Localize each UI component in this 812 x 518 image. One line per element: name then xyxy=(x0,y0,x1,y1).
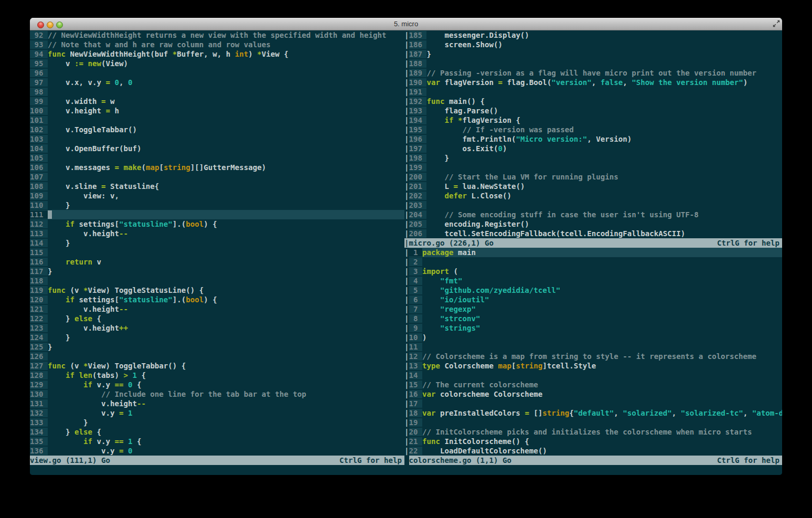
code-line[interactable]: 105 xyxy=(30,153,404,163)
titlebar[interactable]: 5. micro xyxy=(30,18,782,30)
code-line[interactable]: 125 } xyxy=(30,342,404,352)
code-line[interactable]: 201 L = lua.NewState() xyxy=(409,182,783,191)
code-line[interactable]: 95 v := new(View) xyxy=(30,59,404,68)
code-line[interactable]: 185 messenger.Display() xyxy=(409,30,783,40)
code-line[interactable]: 93 // Note that w and h are raw column a… xyxy=(30,40,404,49)
code-line[interactable]: 17 xyxy=(409,399,783,408)
code-line[interactable]: 94 func NewViewWidthHeight(buf *Buffer, … xyxy=(30,49,404,59)
code-line[interactable]: 6 "io/ioutil" xyxy=(409,295,783,304)
code-line[interactable]: 189 // Passing -version as a flag will h… xyxy=(409,68,783,78)
code-line[interactable]: 99 v.width = w xyxy=(30,97,404,106)
line-number: 96 xyxy=(30,69,48,77)
code-line[interactable]: 4 "fmt" xyxy=(409,276,783,286)
code-line[interactable]: 15 // The current colorscheme xyxy=(409,380,783,389)
code-line[interactable]: 9 "strings" xyxy=(409,323,783,333)
code-line[interactable]: 126 xyxy=(30,352,404,361)
code-span xyxy=(123,409,128,417)
code-line[interactable]: 197 os.Exit(0) xyxy=(409,144,783,153)
code-line[interactable]: 199 xyxy=(409,163,783,172)
code-line[interactable]: 7 "regexp" xyxy=(409,304,783,314)
code-line[interactable]: 101 xyxy=(30,115,404,125)
code-line[interactable]: 113 v.height-- xyxy=(30,229,404,238)
code-line[interactable]: 119 func (v *View) ToggleStatusLine() { xyxy=(30,286,404,295)
code-line[interactable]: 11 xyxy=(409,342,783,352)
code-line[interactable]: 121 v.height-- xyxy=(30,304,404,314)
code-line[interactable]: 118 xyxy=(30,276,404,286)
code-line[interactable]: 18 var preInstalledColors = []string{"de… xyxy=(409,408,783,418)
code-line[interactable]: 131 v.height-- xyxy=(30,399,404,408)
pane-view-go[interactable]: 92 // NewViewWidthHeight returns a new v… xyxy=(30,30,404,456)
code-line[interactable]: 205 encoding.Register() xyxy=(409,219,783,229)
code-line[interactable]: 117 } xyxy=(30,267,404,276)
code-line[interactable]: 116 return v xyxy=(30,257,404,267)
code-line[interactable]: 134 } else { xyxy=(30,427,404,437)
code-line[interactable]: 112 if settings["statusline"].(bool) { xyxy=(30,219,404,229)
code-line[interactable]: 122 } else { xyxy=(30,314,404,323)
pane-micro-go[interactable]: 185 messenger.Display()186 screen.Show()… xyxy=(409,30,783,238)
code-line[interactable]: 187 } xyxy=(409,49,783,59)
code-line[interactable]: 190 var flagVersion = flag.Bool("version… xyxy=(409,78,783,87)
code-line[interactable]: 129 if v.y == 0 { xyxy=(30,380,404,389)
code-line[interactable]: 128 if len(tabs) > 1 { xyxy=(30,371,404,380)
code-line[interactable]: 97 v.x, v.y = 0, 0 xyxy=(30,78,404,87)
code-line[interactable]: 114 } xyxy=(30,238,404,248)
code-line[interactable]: 194 if *flagVersion { xyxy=(409,115,783,125)
code-line[interactable]: 133 } xyxy=(30,418,404,427)
code-line[interactable]: 107 xyxy=(30,172,404,182)
code-span: make xyxy=(123,163,141,172)
code-line[interactable]: 96 xyxy=(30,68,404,78)
code-line[interactable]: 136 v.y = 0 xyxy=(30,446,404,456)
code-line[interactable]: 202 defer L.Close() xyxy=(409,191,783,200)
code-line[interactable]: 13 type Colorscheme map[string]tcell.Sty… xyxy=(409,361,783,371)
code-line[interactable]: 188 xyxy=(409,59,783,68)
code-line[interactable]: 2 xyxy=(409,257,783,267)
code-line[interactable]: 203 xyxy=(409,200,783,210)
code-line[interactable]: 10 ) xyxy=(409,333,783,342)
code-span: } xyxy=(48,333,70,342)
code-line[interactable]: 204 // Some encoding stuff in case the u… xyxy=(409,210,783,219)
code-line[interactable]: 16 var colorscheme Colorscheme xyxy=(409,389,783,399)
code-line[interactable]: 132 v.y = 1 xyxy=(30,408,404,418)
code-line[interactable]: 3 import ( xyxy=(409,267,783,276)
code-line[interactable]: 102 v.ToggleTabbar() xyxy=(30,125,404,134)
code-line[interactable]: 206 tcell.SetEncodingFallback(tcell.Enco… xyxy=(409,229,783,238)
code-line[interactable]: 98 xyxy=(30,87,404,97)
code-line[interactable]: 106 v.messages = make(map[string][]Gutte… xyxy=(30,163,404,172)
code-line[interactable]: 19 xyxy=(409,418,783,427)
code-line[interactable]: 1 package main xyxy=(409,248,783,257)
code-line[interactable]: 108 v.sline = Statusline{ xyxy=(30,182,404,191)
code-line[interactable]: 191 xyxy=(409,87,783,97)
pane-colorscheme-go[interactable]: 1 package main 2 3 import ( 4 "fmt" 5 "g… xyxy=(409,248,783,456)
code-line[interactable]: 193 flag.Parse() xyxy=(409,106,783,115)
code-line[interactable]: 111 xyxy=(30,210,404,219)
code-line[interactable]: 110 } xyxy=(30,200,404,210)
code-line[interactable]: 120 if settings["statusline"].(bool) { xyxy=(30,295,404,304)
code-line[interactable]: 109 view: v, xyxy=(30,191,404,200)
code-line[interactable]: 8 "strconv" xyxy=(409,314,783,323)
code-line[interactable]: 127 func (v *View) ToggleTabbar() { xyxy=(30,361,404,371)
code-line[interactable]: 104 v.OpenBuffer(buf) xyxy=(30,144,404,153)
code-line[interactable]: 100 v.height = h xyxy=(30,106,404,115)
resize-icon[interactable] xyxy=(773,20,780,27)
code-line[interactable]: 12 // Colorscheme is a map from string t… xyxy=(409,352,783,361)
code-line[interactable]: 200 // Start the Lua VM for running plug… xyxy=(409,172,783,182)
code-line[interactable]: 22 LoadDefaultColorscheme() xyxy=(409,446,783,456)
code-line[interactable]: 123 v.height++ xyxy=(30,323,404,333)
code-line[interactable]: 115 xyxy=(30,248,404,257)
code-line[interactable]: 198 } xyxy=(409,153,783,163)
code-line[interactable]: 124 } xyxy=(30,333,404,342)
code-line[interactable]: 130 // Include one line for the tab bar … xyxy=(30,389,404,399)
code-line[interactable]: 192 func main() { xyxy=(409,97,783,106)
code-line[interactable]: 92 // NewViewWidthHeight returns a new v… xyxy=(30,30,404,40)
editor-content[interactable]: 92 // NewViewWidthHeight returns a new v… xyxy=(30,30,782,475)
code-line[interactable]: 186 screen.Show() xyxy=(409,40,783,49)
code-line[interactable]: 196 fmt.Println("Micro version:", Versio… xyxy=(409,134,783,144)
code-line[interactable]: 103 xyxy=(30,134,404,144)
code-line[interactable]: 14 xyxy=(409,371,783,380)
code-line[interactable]: 5 "github.com/zyedidia/tcell" xyxy=(409,286,783,295)
code-line[interactable]: 195 // If -version was passed xyxy=(409,125,783,134)
code-line[interactable]: 135 if v.y == 1 { xyxy=(30,437,404,446)
code-span xyxy=(426,125,462,134)
code-line[interactable]: 21 func InitColorscheme() { xyxy=(409,437,783,446)
code-line[interactable]: 20 // InitColorscheme picks and initiali… xyxy=(409,427,783,437)
